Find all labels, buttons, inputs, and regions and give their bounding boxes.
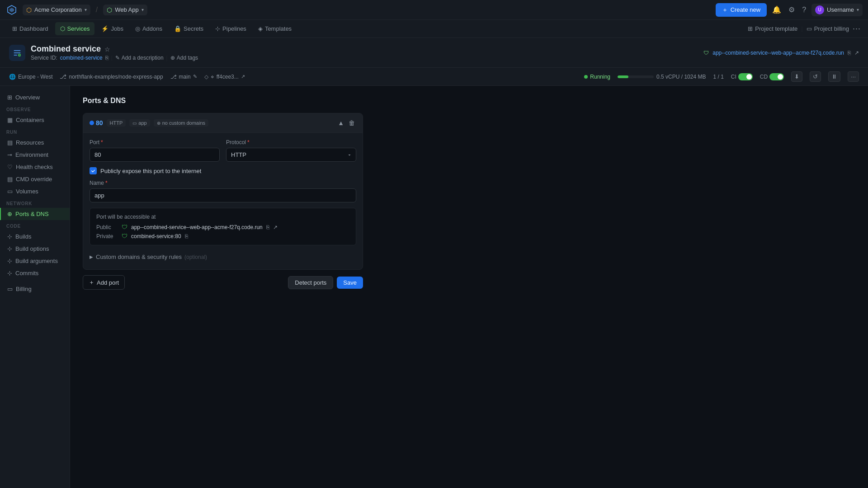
service-title: Combined service [31,44,101,54]
sidebar-label-overview: Overview [15,94,40,101]
more-actions-button[interactable]: ··· [848,71,859,82]
add-port-plus-icon: ＋ [89,278,94,286]
copy-url-button[interactable]: ⎘ [848,50,851,56]
project-billing-link[interactable]: ▭ Project billing [807,25,849,32]
user-menu[interactable]: U Username ▾ [811,4,863,16]
open-public-url-button[interactable]: ↗ [273,224,278,230]
nav-item-jobs[interactable]: ⚡ Jobs [96,22,128,35]
port-card-header: 80 HTTP ▭ app ⊕ no custom domains ▲ 🗑 [83,113,363,133]
sidebar-item-builds[interactable]: ⊹ Builds [0,230,70,243]
sidebar-item-cmd-override[interactable]: ▤ CMD override [0,173,70,185]
status-label: Running [590,74,610,80]
name-input[interactable] [90,188,356,202]
private-url-row: Private 🛡 combined-service:80 ⎘ [96,233,349,239]
cd-label: CD [760,74,768,80]
delete-port-button[interactable]: 🗑 [347,118,356,128]
nav-item-dashboard[interactable]: ⊞ Dashboard [7,22,53,35]
username-label: Username [827,6,854,13]
sidebar: ⊞ Overview OBSERVE ▦ Containers RUN ▤ Re… [0,86,70,488]
nav-item-secrets[interactable]: 🔒 Secrets [169,22,208,35]
copy-service-id-button[interactable]: ⎘ [105,55,108,61]
branch-item[interactable]: ⎇ main ✎ [170,74,197,80]
cd-toggle[interactable] [769,73,784,80]
sidebar-item-commits[interactable]: ⊹ Commits [0,267,70,279]
custom-domains-toggle[interactable]: ▶ Custom domains & security rules (optio… [90,251,356,263]
pause-button[interactable]: ⏸ [828,71,840,82]
service-title-group: Combined service ☆ Service ID: combined-… [31,44,198,61]
replicas-label: 1 / 1 [713,74,723,80]
sidebar-item-build-arguments[interactable]: ⊹ Build arguments [0,255,70,267]
content-area: Ports & DNS 80 HTTP ▭ app ⊕ no custom do… [70,86,868,488]
port-input[interactable] [90,148,220,162]
name-required-star: * [105,180,108,186]
builds-icon: ⊹ [7,233,12,240]
notifications-button[interactable]: 🔔 [770,4,783,16]
jobs-icon: ⚡ [101,25,108,32]
public-expose-checkbox[interactable] [90,167,97,174]
sidebar-item-overview[interactable]: ⊞ Overview [0,91,70,103]
repo-item[interactable]: ⎇ northflank-examples/node-express-app [60,73,163,80]
protocol-select[interactable]: HTTP HTTPS TCP UDP [226,148,356,162]
region-item[interactable]: 🌐 Europe - West [9,74,52,80]
sidebar-item-resources[interactable]: ▤ Resources [0,136,70,149]
nav-item-services[interactable]: ⬡ Services [55,22,95,35]
project-selector[interactable]: ⬡ Web App ▾ [103,5,147,15]
project-icon: ⬡ [107,6,112,14]
replicas-item: 1 / 1 [713,74,723,80]
name-field-group: Name * [90,180,356,202]
overview-icon: ⊞ [7,94,12,101]
org-selector[interactable]: ⬡ Acme Corporation ▾ [23,5,90,15]
sidebar-item-build-options[interactable]: ⊹ Build options [0,243,70,255]
protocol-badge: HTTP [107,119,126,127]
ci-toggle[interactable] [738,73,753,80]
sidebar-label-commits: Commits [15,270,38,277]
detect-ports-button[interactable]: Detect ports [288,276,333,289]
settings-button[interactable]: ⚙ [787,4,797,16]
port-header-actions: ▲ 🗑 [336,118,356,128]
port-badge: 80 [90,119,103,127]
nav-item-pipelines[interactable]: ⊹ Pipelines [210,22,251,35]
sidebar-item-ports-dns[interactable]: ⊕ Ports & DNS [0,208,70,220]
service-star-button[interactable]: ☆ [104,46,110,53]
domains-badge: ⊕ no custom domains [154,119,208,127]
sidebar-item-volumes[interactable]: ▭ Volumes [0,185,70,197]
commit-item[interactable]: ◇ ⋄ ff4cee3... ↗ [204,74,245,80]
service-id-value: combined-service [60,55,103,61]
port-form: Port * Protocol * HTTP HTTPS [83,133,363,269]
create-new-button[interactable]: ＋ Create new [716,3,767,17]
github-icon: ⎇ [60,73,66,80]
save-button[interactable]: Save [337,277,363,289]
service-id-label: Service ID: [31,55,57,61]
add-tags-link[interactable]: ⊕ Add tags [170,55,198,61]
sidebar-label-environment: Environment [15,151,48,158]
protocol-field-group: Protocol * HTTP HTTPS TCP UDP [226,139,356,162]
copy-public-url-button[interactable]: ⎘ [266,224,269,230]
port-label-text: Port [90,139,99,145]
sidebar-item-environment[interactable]: ⊸ Environment [0,149,70,161]
public-expose-label: Publicly expose this port to the interne… [100,168,201,174]
status-item: Running [584,74,610,80]
service-type-icon [9,45,25,61]
copy-private-url-button[interactable]: ⎘ [185,233,188,239]
add-description-link[interactable]: ✎ Add a description [115,55,164,61]
restart-button[interactable]: ↺ [810,71,821,82]
collapse-port-button[interactable]: ▲ [336,118,345,128]
sidebar-item-health-checks[interactable]: ♡ Health checks [0,161,70,173]
sidebar-item-billing[interactable]: ▭ Billing [0,283,70,295]
private-type-label: Private [96,233,118,239]
sidebar-item-containers[interactable]: ▦ Containers [0,114,70,126]
open-url-button[interactable]: ↗ [854,50,859,56]
nav-label-jobs: Jobs [111,25,123,32]
service-id-row: Service ID: combined-service ⎘ | ✎ Add a… [31,55,198,61]
add-port-button[interactable]: ＋ Add port [83,275,125,290]
project-template-link[interactable]: ⊞ Project template [748,25,797,32]
nav-item-templates[interactable]: ◈ Templates [253,22,297,35]
topbar-separator: / [96,6,98,14]
nav-right: ⊞ Project template | ▭ Project billing ·… [748,24,861,33]
desc-separator: | [166,55,168,61]
nav-item-addons[interactable]: ◎ Addons [130,22,167,35]
nav-more-button[interactable]: ··· [853,24,861,33]
help-button[interactable]: ? [800,4,808,16]
project-chevron-icon: ▾ [142,7,144,12]
deploy-button[interactable]: ⬇ [791,71,802,82]
